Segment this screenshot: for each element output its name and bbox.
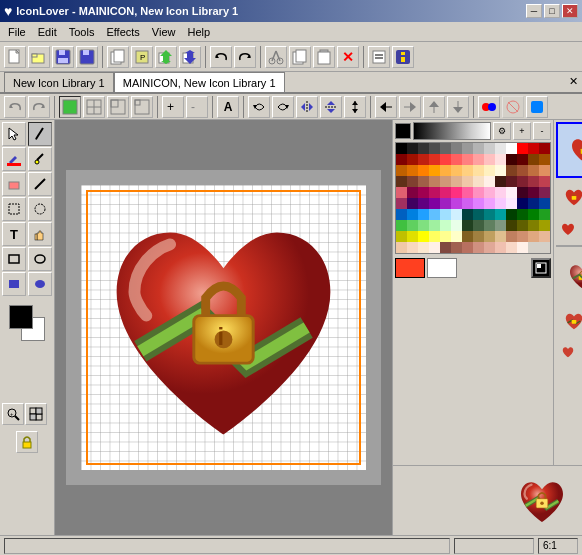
rotate-left-btn[interactable] [248,96,270,118]
flip-v-btn[interactable] [320,96,342,118]
pencil-tool[interactable] [28,122,52,146]
palette-color-83[interactable] [539,198,550,209]
tab-mainicon[interactable]: MAINICON, New Icon Library 1 [114,72,285,92]
palette-color-114[interactable] [418,231,429,242]
palette-color-93[interactable] [495,209,506,220]
palette-color-38[interactable] [506,165,517,176]
palette-color-24[interactable] [506,154,517,165]
palette-color-61[interactable] [451,187,462,198]
variant-32-256[interactable]: 32x32256 [556,179,582,215]
palette-color-119[interactable] [473,231,484,242]
palette-color-52[interactable] [506,176,517,187]
palette-color-90[interactable] [462,209,473,220]
palette-color-0[interactable] [396,143,407,154]
palette-color-50[interactable] [484,176,495,187]
palette-color-115[interactable] [429,231,440,242]
palette-color-16[interactable] [418,154,429,165]
palette-color-64[interactable] [484,187,495,198]
palette-color-41[interactable] [539,165,550,176]
palette-color-104[interactable] [462,220,473,231]
palette-color-15[interactable] [407,154,418,165]
fg-color-swatch[interactable] [9,305,33,329]
variant-48-256[interactable]: 48x48256 [556,122,582,178]
palette-color-62[interactable] [462,187,473,198]
palette-color-66[interactable] [506,187,517,198]
palette-color-109[interactable] [517,220,528,231]
tab-library[interactable]: New Icon Library 1 [4,72,114,92]
close-button[interactable]: ✕ [562,4,578,18]
props-button[interactable] [368,46,390,68]
palette-color-20[interactable] [462,154,473,165]
palette-color-63[interactable] [473,187,484,198]
palette-color-75[interactable] [451,198,462,209]
menu-effects[interactable]: Effects [100,24,145,40]
menu-help[interactable]: Help [181,24,216,40]
palette-color-27[interactable] [539,154,550,165]
palette-color-117[interactable] [451,231,462,242]
palette-color-9[interactable] [495,143,506,154]
palette-color-84[interactable] [396,209,407,220]
palette-color-107[interactable] [495,220,506,231]
color-enabled-btn[interactable] [526,96,548,118]
tab-close-global[interactable]: ✕ [569,75,578,88]
palette-color-99[interactable] [407,220,418,231]
palette-color-8[interactable] [484,143,495,154]
select-tool[interactable] [2,122,26,146]
palette-color-37[interactable] [495,165,506,176]
palette-color-46[interactable] [440,176,451,187]
palette-color-131[interactable] [451,242,462,253]
color-replace-btn[interactable] [478,96,500,118]
undo-img[interactable] [4,96,26,118]
palette-settings-btn[interactable]: ⚙ [493,122,511,140]
palette-color-113[interactable] [407,231,418,242]
filled-rect-tool[interactable] [2,272,26,296]
line-tool[interactable] [28,172,52,196]
palette-color-103[interactable] [451,220,462,231]
palette-color-91[interactable] [473,209,484,220]
paste-image-button[interactable]: P [131,46,153,68]
palette-color-1[interactable] [407,143,418,154]
canvas-wrapper[interactable]: i [66,170,381,485]
menu-tools[interactable]: Tools [63,24,101,40]
palette-color-132[interactable] [462,242,473,253]
palette-color-123[interactable] [517,231,528,242]
redo-button[interactable] [234,46,256,68]
palette-color-137[interactable] [517,242,528,253]
palette-color-136[interactable] [506,242,517,253]
menu-file[interactable]: File [2,24,32,40]
palette-color-110[interactable] [528,220,539,231]
palette-color-111[interactable] [539,220,550,231]
palette-color-81[interactable] [517,198,528,209]
import-button[interactable] [155,46,177,68]
palette-color-95[interactable] [517,209,528,220]
flip-h-btn[interactable] [296,96,318,118]
paste-button[interactable] [313,46,335,68]
palette-color-98[interactable] [396,220,407,231]
palette-color-59[interactable] [429,187,440,198]
palette-color-30[interactable] [418,165,429,176]
grid-btn-4[interactable] [131,96,153,118]
palette-color-112[interactable] [396,231,407,242]
palette-color-2[interactable] [418,143,429,154]
move-left-btn[interactable] [375,96,397,118]
copy-image-button[interactable] [107,46,129,68]
palette-color-133[interactable] [473,242,484,253]
redo-img[interactable] [28,96,50,118]
palette-color-67[interactable] [517,187,528,198]
palette-color-77[interactable] [473,198,484,209]
palette-color-80[interactable] [506,198,517,209]
palette-color-48[interactable] [462,176,473,187]
zoom-out-btn[interactable]: - [186,96,208,118]
palette-color-26[interactable] [528,154,539,165]
palette-color-85[interactable] [407,209,418,220]
palette-color-92[interactable] [484,209,495,220]
palette-color-18[interactable] [440,154,451,165]
palette-color-127[interactable] [407,242,418,253]
grid-toggle-btn[interactable] [25,403,47,425]
save-all-button[interactable] [76,46,98,68]
palette-color-88[interactable] [440,209,451,220]
palette-color-42[interactable] [396,176,407,187]
palette-color-53[interactable] [517,176,528,187]
palette-color-47[interactable] [451,176,462,187]
palette-color-101[interactable] [429,220,440,231]
